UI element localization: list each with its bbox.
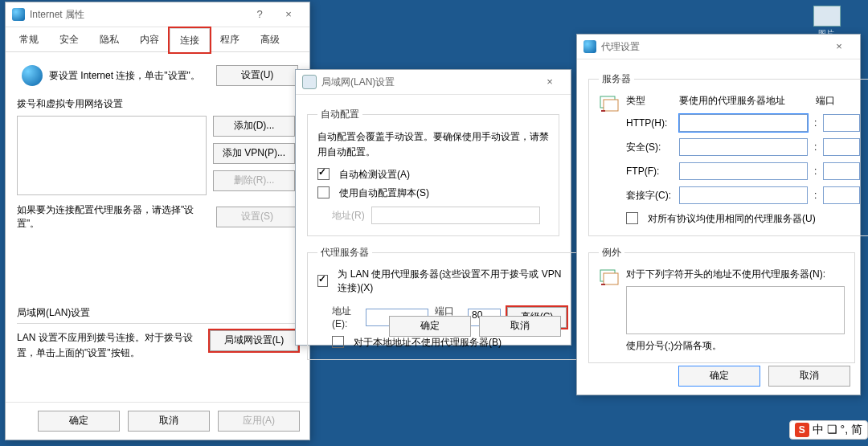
- dial-section-label: 拨号和虚拟专用网络设置: [17, 97, 298, 111]
- connections-listbox[interactable]: [17, 116, 207, 195]
- checkbox-icon: [317, 168, 330, 180]
- help-button[interactable]: ?: [245, 2, 274, 27]
- internet-footer: 确定 取消 应用(A): [6, 402, 309, 440]
- globe-icon: [583, 40, 596, 53]
- tab-security[interactable]: 安全: [49, 27, 89, 51]
- delete-button: 删除(R)...: [213, 170, 295, 191]
- close-button[interactable]: ×: [274, 2, 303, 27]
- ok-button[interactable]: 确定: [38, 411, 120, 432]
- dial-settings-button: 设置(S): [216, 207, 298, 227]
- row-http-label: HTTP(H):: [626, 117, 673, 129]
- lan-settings-button[interactable]: 局域网设置(L): [210, 330, 298, 351]
- proxy-footer: 确定 取消: [577, 358, 860, 395]
- exceptions-icon: [599, 268, 620, 288]
- cancel-button[interactable]: 取消: [128, 411, 210, 432]
- auto-script-checkbox[interactable]: 使用自动配置脚本(S): [317, 186, 549, 200]
- lan-footer: 确定 取消: [296, 308, 571, 345]
- proxy-legend: 代理服务器: [317, 246, 372, 260]
- proxy-settings-dialog: 代理设置 × 服务器 类型 要使用的代理服务器地址 端口 HTTP(H):: [576, 34, 861, 395]
- lan-note: LAN 设置不应用到拨号连接。对于拨号设置，单击上面的"设置"按钮。: [17, 330, 203, 361]
- use-proxy-checkbox[interactable]: 为 LAN 使用代理服务器(这些设置不用于拨号或 VPN 连接)(X): [317, 268, 567, 295]
- http-port-input[interactable]: [823, 114, 860, 132]
- tab-programs[interactable]: 程序: [210, 27, 250, 51]
- auto-config-legend: 自动配置: [317, 108, 362, 121]
- add-button[interactable]: 添加(D)...: [213, 116, 295, 137]
- svg-rect-3: [604, 273, 618, 284]
- exceptions-note: 使用分号(;)分隔各项。: [626, 339, 845, 353]
- ime-badge-icon: S: [795, 423, 809, 437]
- internet-titlebar: Internet 属性 ? ×: [6, 2, 309, 27]
- svg-rect-1: [604, 100, 618, 111]
- auto-script-label: 使用自动配置脚本(S): [339, 186, 429, 200]
- image-icon: [813, 6, 841, 27]
- lan-titlebar: 局域网(LAN)设置 ×: [296, 70, 571, 95]
- col-port: 端口: [816, 94, 835, 108]
- close-button[interactable]: ×: [535, 70, 564, 94]
- row-socks-label: 套接字(C):: [626, 189, 673, 203]
- checkbox-icon: [317, 186, 330, 198]
- desktop-icon[interactable]: 图片: [813, 6, 839, 38]
- proxy-title: 代理设置: [601, 35, 640, 59]
- socks-addr-input[interactable]: [679, 186, 808, 204]
- servers-legend: 服务器: [599, 72, 634, 86]
- servers-icon: [599, 94, 620, 115]
- proxy-titlebar: 代理设置 ×: [577, 35, 860, 59]
- close-button[interactable]: ×: [825, 35, 854, 59]
- globe-icon: [12, 8, 25, 21]
- tab-connections[interactable]: 连接: [170, 28, 210, 52]
- same-proxy-label: 对所有协议均使用相同的代理服务器(U): [648, 212, 816, 226]
- same-proxy-checkbox[interactable]: 对所有协议均使用相同的代理服务器(U): [626, 212, 860, 226]
- secure-port-input[interactable]: [823, 138, 860, 156]
- exceptions-group: 例外 对于下列字符开头的地址不使用代理服务器(N): 使用分号(;)分隔各项。: [588, 246, 855, 363]
- tab-privacy[interactable]: 隐私: [89, 27, 129, 51]
- auto-detect-checkbox[interactable]: 自动检测设置(A): [317, 168, 549, 182]
- servers-group: 服务器 类型 要使用的代理服务器地址 端口 HTTP(H): :: [588, 72, 868, 236]
- auto-detect-label: 自动检测设置(A): [339, 168, 410, 182]
- exceptions-label: 对于下列字符开头的地址不使用代理服务器(N):: [626, 268, 845, 281]
- internet-title: Internet 属性: [30, 2, 84, 27]
- ok-button[interactable]: 确定: [678, 366, 760, 387]
- globe-icon: [22, 65, 43, 86]
- ok-button[interactable]: 确定: [389, 316, 471, 337]
- tab-general[interactable]: 常规: [9, 27, 49, 51]
- lan-title: 局域网(LAN)设置: [321, 70, 395, 94]
- row-ftp-label: FTP(F):: [626, 166, 673, 177]
- lan-section-label: 局域网(LAN)设置: [17, 306, 298, 320]
- setup-text: 要设置 Internet 连接，单击"设置"。: [49, 69, 210, 83]
- checkbox-icon: [626, 212, 638, 224]
- exceptions-legend: 例外: [599, 246, 624, 260]
- cancel-button[interactable]: 取消: [768, 366, 850, 387]
- cancel-button[interactable]: 取消: [479, 316, 561, 337]
- http-addr-input[interactable]: [679, 114, 808, 132]
- dial-note: 如果要为连接配置代理服务器，请选择"设置"。: [17, 203, 210, 231]
- col-type: 类型: [626, 94, 673, 108]
- script-addr-input: [371, 207, 540, 224]
- secure-addr-input[interactable]: [679, 138, 808, 156]
- script-addr-label: 地址(R): [332, 209, 365, 223]
- socks-port-input[interactable]: [823, 186, 860, 204]
- tab-advanced[interactable]: 高级: [250, 27, 290, 51]
- use-proxy-label: 为 LAN 使用代理服务器(这些设置不用于拨号或 VPN 连接)(X): [338, 268, 567, 295]
- window-icon: [302, 75, 317, 89]
- ftp-addr-input[interactable]: [679, 162, 808, 180]
- ime-bar[interactable]: S 中 ❏ °, 简: [789, 420, 868, 440]
- ftp-port-input[interactable]: [823, 162, 860, 180]
- add-vpn-button[interactable]: 添加 VPN(P)...: [213, 143, 295, 164]
- col-addr: 要使用的代理服务器地址: [679, 94, 809, 108]
- internet-properties-dialog: Internet 属性 ? × 常规 安全 隐私 内容 连接 程序 高级 要设置…: [5, 2, 310, 440]
- apply-button: 应用(A): [218, 411, 300, 432]
- setup-button[interactable]: 设置(U): [216, 65, 298, 86]
- internet-tabs: 常规 安全 隐私 内容 连接 程序 高级: [6, 27, 309, 52]
- exceptions-textarea[interactable]: [626, 286, 845, 334]
- tab-content[interactable]: 内容: [129, 27, 170, 51]
- row-secure-label: 安全(S):: [626, 141, 673, 154]
- lan-settings-dialog: 局域网(LAN)设置 × 自动配置 自动配置会覆盖手动设置。要确保使用手动设置，…: [295, 69, 571, 346]
- auto-config-group: 自动配置 自动配置会覆盖手动设置。要确保使用手动设置，请禁用自动配置。 自动检测…: [307, 108, 559, 236]
- checkbox-icon: [317, 275, 328, 287]
- auto-config-note: 自动配置会覆盖手动设置。要确保使用手动设置，请禁用自动配置。: [317, 129, 549, 160]
- ime-text: 中 ❏ °, 简: [813, 423, 862, 437]
